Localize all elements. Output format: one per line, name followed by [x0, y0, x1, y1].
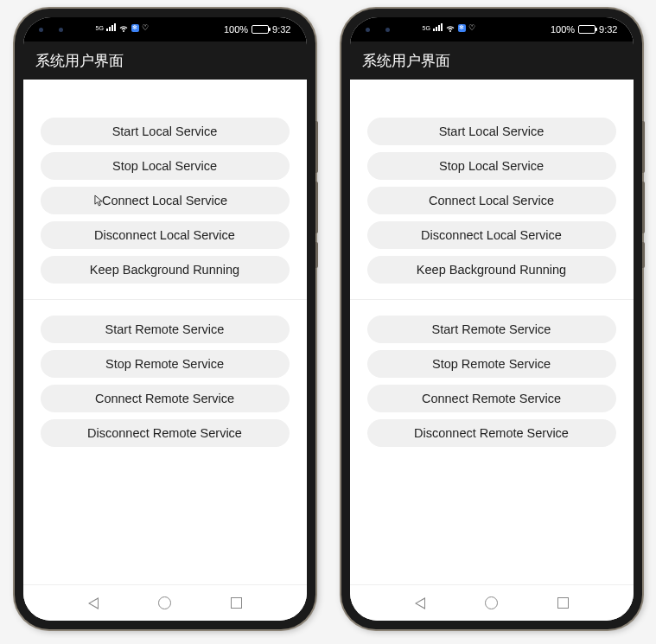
back-triangle-icon: [415, 597, 425, 609]
start-local-service-button[interactable]: Start Local Service: [41, 118, 290, 145]
wifi-icon: [445, 24, 455, 32]
button-label: Disconnect Remote Service: [87, 426, 242, 440]
disconnect-remote-service-button[interactable]: Disconnect Remote Service: [41, 419, 290, 447]
disconnect-local-service-button[interactable]: Disconnect Local Service: [367, 221, 616, 249]
heart-icon: ♡: [142, 23, 149, 32]
remote-service-group: Start Remote Service Stop Remote Service…: [41, 316, 290, 447]
power-button[interactable]: [642, 242, 645, 268]
wifi-icon: [118, 24, 129, 32]
start-remote-service-button[interactable]: Start Remote Service: [41, 316, 290, 343]
local-service-group: Start Local Service Stop Local Service C…: [367, 118, 616, 284]
phone-screen: 5G ✻ ♡ 100% 9:32 系统用户界面 Start Local Serv…: [350, 17, 634, 621]
button-label: Start Remote Service: [105, 322, 225, 336]
recent-square-icon: [557, 597, 569, 609]
signal-icon: [433, 24, 443, 31]
home-circle-icon: [485, 596, 498, 609]
power-button[interactable]: [315, 242, 318, 268]
phone-left: 5G ✻ ♡ 100% 9:32 系统用户界面 Start Local Serv…: [15, 9, 315, 629]
button-label: Disconnect Remote Service: [414, 426, 569, 440]
bluetooth-icon: ✻: [458, 24, 466, 32]
phone-right: 5G ✻ ♡ 100% 9:32 系统用户界面 Start Local Serv…: [341, 9, 642, 629]
camera-dot-icon: [366, 28, 370, 32]
bluetooth-icon: ✻: [131, 24, 139, 32]
stop-remote-service-button[interactable]: Stop Remote Service: [41, 350, 290, 378]
content-area: Start Local Service Stop Local Service C…: [350, 80, 634, 584]
volume-down-button[interactable]: [642, 182, 645, 233]
clock-label: 9:32: [272, 24, 290, 35]
signal-icon: [106, 24, 116, 31]
phone-screen: 5G ✻ ♡ 100% 9:32 系统用户界面 Start Local Serv…: [23, 17, 307, 621]
button-label: Start Remote Service: [432, 322, 551, 336]
button-label: Stop Remote Service: [432, 357, 551, 371]
remote-service-group: Start Remote Service Stop Remote Service…: [367, 316, 616, 447]
connect-local-service-button[interactable]: Connect Local Service: [41, 187, 290, 214]
nav-home-button[interactable]: [483, 596, 499, 611]
recent-square-icon: [231, 597, 242, 609]
battery-percent-label: 100%: [551, 24, 575, 35]
battery-percent-label: 100%: [224, 24, 248, 35]
button-label: Connect Local Service: [102, 194, 227, 207]
stop-remote-service-button[interactable]: Stop Remote Service: [367, 350, 616, 378]
heart-icon: ♡: [468, 23, 475, 32]
app-title: 系统用户界面: [35, 51, 124, 71]
button-label: Stop Local Service: [439, 159, 544, 173]
battery-icon: [578, 25, 595, 34]
app-bar: 系统用户界面: [350, 41, 634, 80]
nav-recent-button[interactable]: [555, 596, 570, 611]
button-label: Start Local Service: [439, 124, 545, 138]
start-remote-service-button[interactable]: Start Remote Service: [367, 316, 616, 343]
button-label: Connect Remote Service: [422, 392, 561, 405]
nav-recent-button[interactable]: [228, 596, 244, 611]
stop-local-service-button[interactable]: Stop Local Service: [41, 152, 290, 180]
divider: [350, 299, 634, 300]
status-bar: 5G ✻ ♡ 100% 9:32: [23, 17, 307, 41]
nav-back-button[interactable]: [412, 596, 428, 611]
button-label: Connect Local Service: [429, 194, 554, 207]
connect-remote-service-button[interactable]: Connect Remote Service: [367, 385, 616, 412]
divider: [23, 299, 307, 300]
connect-remote-service-button[interactable]: Connect Remote Service: [41, 385, 290, 412]
connect-local-service-button[interactable]: Connect Local Service: [367, 187, 616, 214]
nav-home-button[interactable]: [156, 596, 172, 611]
back-triangle-icon: [88, 597, 99, 609]
keep-background-running-button[interactable]: Keep Background Running: [367, 256, 616, 284]
disconnect-remote-service-button[interactable]: Disconnect Remote Service: [367, 419, 616, 447]
local-service-group: Start Local Service Stop Local Service C…: [41, 118, 290, 284]
navigation-bar: [350, 584, 634, 621]
volume-up-button[interactable]: [642, 121, 645, 173]
button-label: Disconnect Local Service: [421, 228, 562, 242]
nav-back-button[interactable]: [86, 596, 101, 611]
start-local-service-button[interactable]: Start Local Service: [367, 118, 616, 145]
stop-local-service-button[interactable]: Stop Local Service: [367, 152, 616, 180]
app-title: 系统用户界面: [362, 51, 450, 71]
button-label: Start Local Service: [112, 124, 218, 138]
clock-label: 9:32: [599, 24, 617, 35]
keep-background-running-button[interactable]: Keep Background Running: [41, 256, 290, 284]
camera-dot-icon: [59, 28, 63, 32]
volume-down-button[interactable]: [315, 182, 318, 233]
app-bar: 系统用户界面: [23, 41, 307, 80]
content-area: Start Local Service Stop Local Service C…: [23, 80, 307, 584]
home-circle-icon: [158, 596, 171, 609]
status-bar: 5G ✻ ♡ 100% 9:32: [350, 17, 634, 41]
button-label: Stop Local Service: [112, 159, 217, 173]
disconnect-local-service-button[interactable]: Disconnect Local Service: [41, 221, 290, 249]
volume-up-button[interactable]: [315, 121, 318, 173]
button-label: Disconnect Local Service: [94, 228, 235, 242]
navigation-bar: [23, 584, 307, 621]
camera-dot-icon: [385, 28, 390, 32]
button-label: Stop Remote Service: [105, 357, 224, 371]
button-label: Keep Background Running: [417, 263, 566, 277]
network-type-label: 5G: [423, 25, 430, 31]
camera-dot-icon: [39, 28, 43, 32]
battery-icon: [252, 25, 269, 34]
button-label: Keep Background Running: [90, 263, 239, 277]
button-label: Connect Remote Service: [95, 392, 234, 405]
network-type-label: 5G: [96, 25, 104, 31]
